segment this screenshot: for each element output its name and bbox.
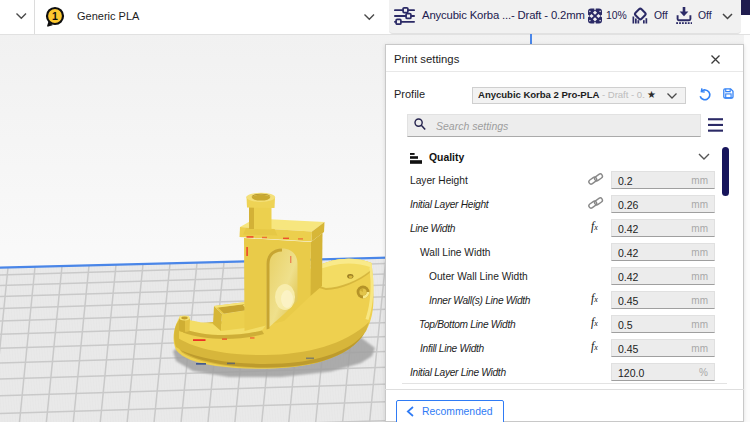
svg-text:1: 1 [52,10,58,22]
